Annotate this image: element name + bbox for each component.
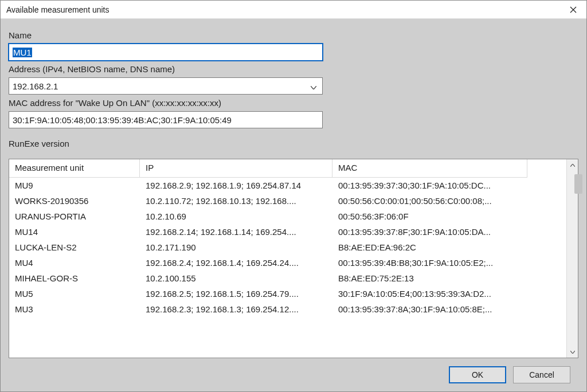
cell-unit: MU4 [9, 258, 140, 268]
units-table: Measurement unit IP MAC MU9192.168.2.9; … [9, 159, 578, 358]
mac-input[interactable]: 30:1F:9A:10:05:48;00:13:95:39:4B:AC;30:1… [9, 111, 323, 128]
close-icon [570, 6, 577, 13]
cell-mac: B8:AE:ED:EA:96:2C [332, 242, 527, 252]
table-row[interactable]: MU9192.168.2.9; 192.168.1.9; 169.254.87.… [9, 178, 566, 193]
name-input[interactable]: MU1 [9, 44, 323, 61]
cell-unit: WORKS-20190356 [9, 196, 140, 206]
table-header: Measurement unit IP MAC [9, 159, 566, 178]
table-row[interactable]: LUCKA-LEN-S210.2.171.190B8:AE:ED:EA:96:2… [9, 240, 566, 255]
cell-mac: B8:AE:ED:75:2E:13 [332, 273, 527, 283]
cell-ip: 192.168.2.4; 192.168.1.4; 169.254.24.... [140, 258, 332, 268]
cell-ip: 10.2.171.190 [140, 242, 332, 252]
scroll-up-icon[interactable] [567, 159, 578, 171]
cell-ip: 10.2.100.155 [140, 273, 332, 283]
cell-unit: LUCKA-LEN-S2 [9, 242, 140, 252]
cell-mac: 00:50:56:3F:06:0F [332, 211, 527, 221]
cell-ip: 192.168.2.5; 192.168.1.5; 169.254.79.... [140, 289, 332, 299]
vertical-scrollbar[interactable] [566, 159, 578, 358]
col-header-ip[interactable]: IP [140, 159, 332, 178]
title-bar: Available measurement units [1, 1, 586, 19]
address-label: Address (IPv4, NetBIOS name, DNS name) [9, 64, 578, 74]
button-bar: OK Cancel [9, 358, 578, 386]
name-label: Name [9, 30, 578, 40]
col-header-unit[interactable]: Measurement unit [9, 159, 140, 178]
cell-unit: MU5 [9, 289, 140, 299]
table-content: Measurement unit IP MAC MU9192.168.2.9; … [9, 159, 566, 358]
scroll-thumb[interactable] [574, 174, 582, 194]
table-body: MU9192.168.2.9; 192.168.1.9; 169.254.87.… [9, 178, 566, 358]
cell-mac: 00:13:95:39:4B:B8;30:1F:9A:10:05:E2;... [332, 258, 527, 268]
cell-mac: 30:1F:9A:10:05:E4;00:13:95:39:3A:D2... [332, 289, 527, 299]
cell-ip: 192.168.2.9; 192.168.1.9; 169.254.87.14 [140, 181, 332, 190]
cell-unit: MIHAEL-GOR-S [9, 273, 140, 283]
cell-ip: 192.168.2.3; 192.168.1.3; 169.254.12.... [140, 304, 332, 314]
table-row[interactable]: MU3192.168.2.3; 192.168.1.3; 169.254.12.… [9, 301, 566, 317]
cell-unit: MU14 [9, 227, 140, 237]
cell-mac: 00:13:95:39:37:30;30:1F:9A:10:05:DC... [332, 181, 527, 190]
cell-ip: 10.2.10.69 [140, 211, 332, 221]
cell-unit: MU9 [9, 181, 140, 190]
scroll-down-icon[interactable] [567, 346, 578, 358]
client-area: Name MU1 Address (IPv4, NetBIOS name, DN… [1, 19, 586, 391]
ok-button[interactable]: OK [449, 366, 506, 383]
cell-mac: 00:13:95:39:37:8A;30:1F:9A:10:05:8E;... [332, 304, 527, 314]
cancel-button[interactable]: Cancel [513, 366, 570, 383]
cell-unit: MU3 [9, 304, 140, 314]
cell-ip: 192.168.2.14; 192.168.1.14; 169.254.... [140, 227, 332, 237]
cell-mac: 00:50:56:C0:00:01;00:50:56:C0:00:08;... [332, 196, 527, 206]
dialog-window: Available measurement units Name MU1 Add… [0, 0, 587, 392]
cell-ip: 10.2.110.72; 192.168.10.13; 192.168.... [140, 196, 332, 206]
table-row[interactable]: MU4192.168.2.4; 192.168.1.4; 169.254.24.… [9, 255, 566, 271]
col-header-mac[interactable]: MAC [332, 159, 527, 178]
chevron-down-icon [308, 81, 319, 91]
mac-input-value: 30:1F:9A:10:05:48;00:13:95:39:4B:AC;30:1… [13, 115, 232, 125]
table-row[interactable]: MU5192.168.2.5; 192.168.1.5; 169.254.79.… [9, 286, 566, 301]
table-row[interactable]: URANUS-PORTIA10.2.10.6900:50:56:3F:06:0F [9, 209, 566, 224]
mac-label: MAC address for "Wake Up On LAN" (xx:xx:… [9, 98, 578, 108]
address-value: 192.168.2.1 [13, 81, 58, 91]
table-row[interactable]: MU14192.168.2.14; 192.168.1.14; 169.254.… [9, 224, 566, 240]
table-row[interactable]: MIHAEL-GOR-S10.2.100.155B8:AE:ED:75:2E:1… [9, 271, 566, 286]
cell-mac: 00:13:95:39:37:8F;30:1F:9A:10:05:DA... [332, 227, 527, 237]
cell-unit: URANUS-PORTIA [9, 211, 140, 221]
address-combobox[interactable]: 192.168.2.1 [9, 77, 323, 95]
runexe-label: RunExe version [9, 139, 578, 148]
close-button[interactable] [560, 1, 586, 19]
table-row[interactable]: WORKS-2019035610.2.110.72; 192.168.10.13… [9, 193, 566, 209]
name-input-value: MU1 [13, 48, 32, 57]
window-title: Available measurement units [6, 5, 109, 14]
